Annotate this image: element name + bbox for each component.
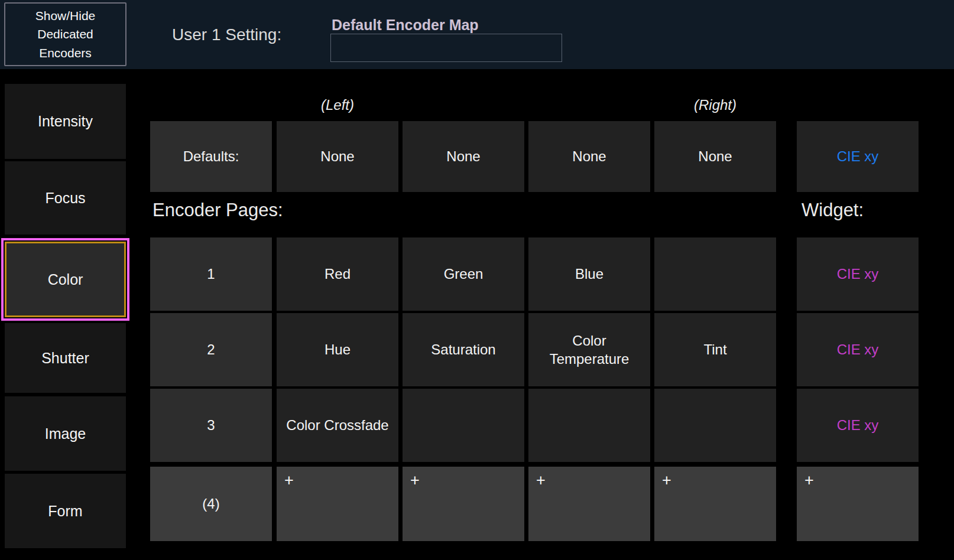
sidebar-item-focus[interactable]: Focus	[5, 161, 126, 235]
page-3-encoder-cell-3[interactable]	[528, 389, 650, 462]
sidebar-item-image[interactable]: Image	[5, 396, 126, 471]
page-3-widget-cell[interactable]: CIE xy	[797, 389, 919, 462]
page-1-encoder-cell-1[interactable]: Red	[277, 237, 398, 311]
show-hide-dedicated-encoders-button[interactable]: Show/Hide Dedicated Encoders	[4, 2, 126, 66]
page-2-encoder-cell-2[interactable]: Saturation	[403, 313, 524, 386]
page-2-encoder-cell-4[interactable]: Tint	[654, 313, 776, 386]
page-2-encoder-cell-1[interactable]: Hue	[277, 313, 398, 386]
left-encoders-header: (Left)	[277, 97, 398, 113]
default-encoder-map-input[interactable]	[330, 34, 562, 62]
sidebar-item-shutter[interactable]: Shutter	[5, 323, 126, 393]
right-encoders-header: (Right)	[654, 97, 776, 113]
sidebar-item-form[interactable]: Form	[5, 474, 126, 548]
page-2-encoder-cell-3[interactable]: Color Temperature	[528, 313, 650, 386]
page-4-number-cell: (4)	[150, 467, 272, 541]
defaults-encoder-cell-1[interactable]: None	[277, 121, 398, 192]
sidebar-item-intensity[interactable]: Intensity	[5, 84, 126, 159]
page-4-add-encoder-cell-4[interactable]: +	[654, 467, 776, 541]
sidebar-item-color[interactable]: Color	[5, 242, 126, 317]
default-encoder-map-label: Default Encoder Map	[332, 17, 479, 34]
page-3-encoder-cell-4[interactable]	[654, 389, 776, 462]
defaults-widget-cell[interactable]: CIE xy	[797, 121, 919, 192]
page-1-encoder-cell-4[interactable]	[654, 237, 776, 311]
page-1-encoder-cell-3[interactable]: Blue	[528, 237, 650, 311]
defaults-row-label: Defaults:	[150, 121, 272, 192]
page-4-add-encoder-cell-1[interactable]: +	[277, 467, 398, 541]
defaults-encoder-cell-4[interactable]: None	[654, 121, 776, 192]
topbar: Show/Hide Dedicated Encoders User 1 Sett…	[0, 0, 954, 69]
widget-label: Widget:	[802, 200, 864, 221]
page-3-encoder-cell-2[interactable]	[403, 389, 524, 462]
page-4-add-encoder-cell-3[interactable]: +	[528, 467, 650, 541]
page-1-encoder-cell-2[interactable]: Green	[403, 237, 524, 311]
page-1-widget-cell[interactable]: CIE xy	[797, 237, 919, 311]
page-2-number-cell: 2	[150, 313, 272, 386]
page-4-add-widget-cell[interactable]: +	[797, 467, 919, 541]
page-4-add-encoder-cell-2[interactable]: +	[403, 467, 524, 541]
page-1-number-cell: 1	[150, 237, 272, 311]
user-setting-label: User 1 Setting:	[172, 0, 281, 69]
defaults-encoder-cell-3[interactable]: None	[528, 121, 650, 192]
page-2-widget-cell[interactable]: CIE xy	[797, 313, 919, 386]
encoder-map-screen: Show/Hide Dedicated Encoders User 1 Sett…	[0, 0, 954, 560]
defaults-encoder-cell-2[interactable]: None	[403, 121, 524, 192]
encoder-pages-label: Encoder Pages:	[152, 200, 283, 221]
page-3-number-cell: 3	[150, 389, 272, 462]
page-3-encoder-cell-1[interactable]: Color Crossfade	[277, 389, 398, 462]
